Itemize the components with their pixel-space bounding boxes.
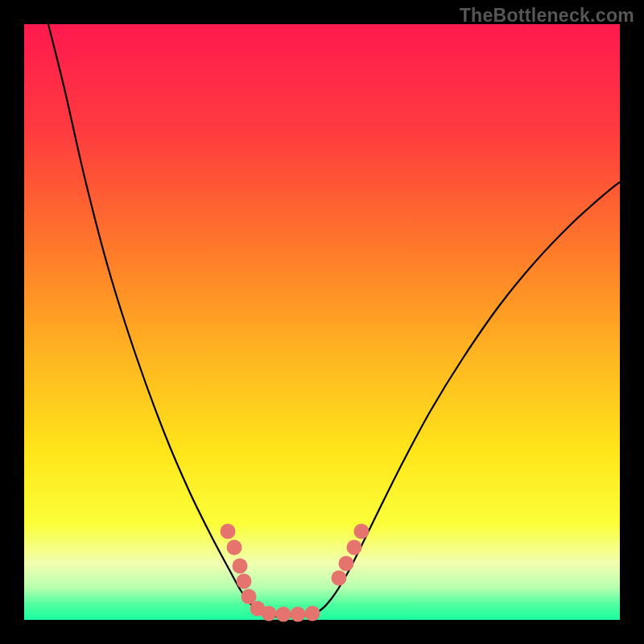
curve-marker xyxy=(305,606,320,621)
plot-background xyxy=(24,24,620,620)
curve-marker xyxy=(354,524,369,539)
curve-marker xyxy=(233,559,248,574)
curve-marker xyxy=(237,574,252,589)
curve-marker xyxy=(291,607,306,622)
watermark-label: TheBottleneck.com xyxy=(460,5,634,27)
curve-marker xyxy=(347,540,362,555)
chart-frame: TheBottleneck.com xyxy=(0,0,644,644)
curve-marker xyxy=(339,556,354,572)
curve-marker xyxy=(227,540,242,555)
curve-marker xyxy=(276,607,291,622)
curve-marker xyxy=(221,524,236,539)
curve-marker xyxy=(332,571,347,586)
curve-marker xyxy=(262,606,277,621)
bottleneck-chart xyxy=(0,0,644,644)
